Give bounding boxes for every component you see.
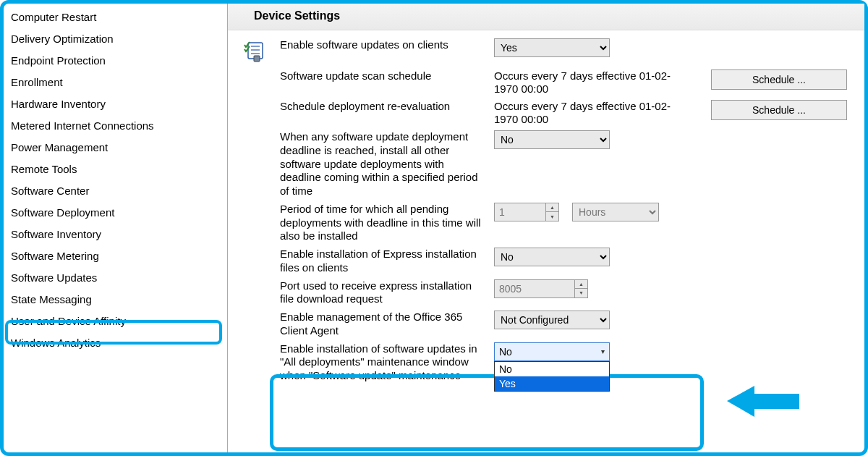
sidebar-item-software-metering[interactable]: Software Metering <box>4 245 227 267</box>
row-port: Port used to receive express installatio… <box>228 277 864 309</box>
window-frame: Computer Restart Delivery Optimization E… <box>0 0 868 456</box>
row-enable-updates: Enable software updates on clients Yes <box>228 36 864 67</box>
checklist-icon <box>242 40 265 65</box>
label-express: Enable installation of Express installat… <box>280 248 494 275</box>
svg-marker-5 <box>727 386 799 417</box>
sidebar-item-remote-tools[interactable]: Remote Tools <box>4 159 227 180</box>
sidebar-item-software-deployment[interactable]: Software Deployment <box>4 202 227 224</box>
button-scan-schedule[interactable]: Schedule ... <box>711 69 847 90</box>
sidebar-item-software-updates[interactable]: Software Updates <box>4 267 227 289</box>
text-scan-schedule: Occurs every 7 days effective 01-02-1970… <box>494 69 682 96</box>
label-period: Period of time for which all pending dep… <box>280 203 494 243</box>
select-maint-window-options: No Yes <box>494 361 610 392</box>
label-enable-updates: Enable software updates on clients <box>280 38 494 52</box>
spinner-up-icon[interactable]: ▲ <box>546 203 558 213</box>
label-reeval: Schedule deployment re-evaluation <box>280 100 494 114</box>
select-period-unit: Hours <box>572 203 659 221</box>
spinner-period-value[interactable]: ▲ ▼ <box>494 203 559 221</box>
input-period-value <box>495 206 545 218</box>
sidebar-item-hardware-inventory[interactable]: Hardware Inventory <box>4 93 227 115</box>
row-express: Enable installation of Express installat… <box>228 245 864 277</box>
chevron-down-icon: ▾ <box>601 347 605 355</box>
sidebar-item-windows-analytics[interactable]: Windows Analytics <box>4 332 227 354</box>
panel-title: Device Settings <box>228 4 864 30</box>
sidebar-item-delivery-optimization[interactable]: Delivery Optimization <box>4 28 227 50</box>
spinner-down-icon[interactable]: ▼ <box>546 212 558 221</box>
annotation-highlight-box <box>270 374 704 451</box>
select-maint-window-value: No <box>499 346 512 358</box>
sidebar-item-software-inventory[interactable]: Software Inventory <box>4 224 227 245</box>
spinner-down-icon[interactable]: ▼ <box>575 289 587 297</box>
option-no[interactable]: No <box>495 362 609 376</box>
annotation-arrow-icon <box>727 381 799 423</box>
row-period: Period of time for which all pending dep… <box>228 200 864 245</box>
row-o365: Enable management of the Office 365 Clie… <box>228 308 864 340</box>
select-maint-window[interactable]: No ▾ No Yes <box>494 342 610 361</box>
sidebar-item-enrollment[interactable]: Enrollment <box>4 72 227 93</box>
row-scan-schedule: Software update scan schedule Occurs eve… <box>228 67 864 98</box>
select-deadline-install[interactable]: No <box>494 130 610 149</box>
select-express[interactable]: No <box>494 248 610 266</box>
svg-rect-4 <box>254 56 260 62</box>
text-reeval: Occurs every 7 days effective 01-02-1970… <box>494 100 682 126</box>
label-deadline-install: When any software update deployment dead… <box>280 130 494 198</box>
input-port <box>495 283 574 295</box>
sidebar-item-endpoint-protection[interactable]: Endpoint Protection <box>4 50 227 72</box>
row-reeval: Schedule deployment re-evaluation Occurs… <box>228 98 864 128</box>
sidebar-item-power-management[interactable]: Power Management <box>4 137 227 159</box>
label-maint-window: Enable installation of software updates … <box>280 342 494 383</box>
sidebar-item-computer-restart[interactable]: Computer Restart <box>4 7 227 28</box>
row-deadline-install: When any software update deployment dead… <box>228 128 864 200</box>
row-maint-window: Enable installation of software updates … <box>228 340 864 385</box>
select-o365[interactable]: Not Configured <box>494 311 610 329</box>
spinner-port[interactable]: ▲ ▼ <box>494 279 588 298</box>
button-reeval[interactable]: Schedule ... <box>711 100 847 120</box>
label-o365: Enable management of the Office 365 Clie… <box>280 311 494 338</box>
label-scan-schedule: Software update scan schedule <box>280 69 494 83</box>
sidebar-item-software-center[interactable]: Software Center <box>4 180 227 202</box>
settings-body: Enable software updates on clients Yes S… <box>228 30 864 385</box>
option-yes[interactable]: Yes <box>495 376 609 391</box>
settings-category-sidebar: Computer Restart Delivery Optimization E… <box>4 4 228 452</box>
label-port: Port used to receive express installatio… <box>280 279 494 307</box>
spinner-up-icon[interactable]: ▲ <box>575 280 587 290</box>
sidebar-item-state-messaging[interactable]: State Messaging <box>4 289 227 311</box>
sidebar-item-user-device-affinity[interactable]: User and Device Affinity <box>4 311 227 332</box>
sidebar-item-metered-connections[interactable]: Metered Internet Connections <box>4 115 227 137</box>
select-enable-updates[interactable]: Yes <box>494 38 610 57</box>
settings-main-panel: Device Settings <box>228 4 864 452</box>
